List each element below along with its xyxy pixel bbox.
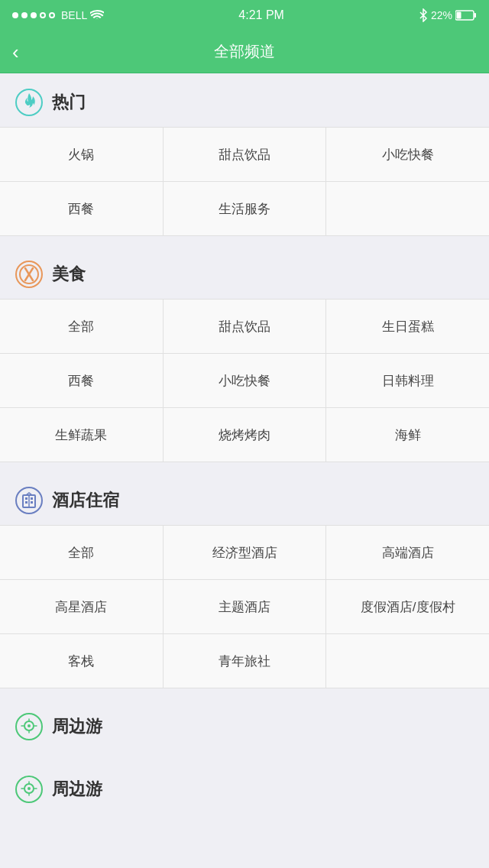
list-item[interactable]: 小吃快餐 xyxy=(326,128,489,181)
list-item[interactable]: 西餐 xyxy=(0,354,164,407)
table-row: 火锅甜点饮品小吃快餐 xyxy=(0,127,489,181)
signal-dot-5 xyxy=(49,12,55,18)
status-left: BELL xyxy=(12,9,104,21)
list-item[interactable]: 日韩料理 xyxy=(326,354,489,407)
signal-dot-2 xyxy=(21,12,28,18)
section-hotel: 酒店住宿全部经济型酒店高端酒店高星酒店主题酒店度假酒店/度假村客栈青年旅社 xyxy=(0,471,489,688)
table-row: 西餐生活服务 xyxy=(0,181,489,236)
section-header-hot: 热门 xyxy=(0,73,489,127)
list-item[interactable]: 小吃快餐 xyxy=(164,354,327,407)
svg-rect-11 xyxy=(31,497,33,500)
status-right: 22% xyxy=(419,8,477,22)
food-icon xyxy=(15,261,43,288)
list-item xyxy=(326,634,489,688)
content: 热门火锅甜点饮品小吃快餐西餐生活服务 美食全部甜点饮品生日蛋糕西餐小吃快餐日韩料… xyxy=(0,73,489,814)
section-hot: 热门火锅甜点饮品小吃快餐西餐生活服务 xyxy=(0,73,489,236)
list-item[interactable]: 西餐 xyxy=(0,182,164,235)
travel-icon xyxy=(15,776,43,803)
list-item[interactable]: 生活服务 xyxy=(164,182,327,235)
page-title: 全部频道 xyxy=(214,41,275,62)
section-food: 美食全部甜点饮品生日蛋糕西餐小吃快餐日韩料理生鲜蔬果烧烤烤肉海鲜 xyxy=(0,245,489,462)
section-travel-partial: 周边游 xyxy=(0,760,489,814)
list-item[interactable]: 高星酒店 xyxy=(0,580,164,633)
list-item[interactable]: 全部 xyxy=(0,300,164,353)
grid-hot: 火锅甜点饮品小吃快餐西餐生活服务 xyxy=(0,127,489,236)
status-bar: BELL 4:21 PM 22% xyxy=(0,0,489,31)
list-item[interactable]: 生鲜蔬果 xyxy=(0,408,164,462)
list-item[interactable]: 主题酒店 xyxy=(164,580,327,633)
section-title-hot: 热门 xyxy=(52,91,86,114)
section-title-food: 美食 xyxy=(52,263,86,286)
list-item[interactable]: 青年旅社 xyxy=(164,634,327,688)
table-row: 生鲜蔬果烧烤烤肉海鲜 xyxy=(0,407,489,462)
table-row: 客栈青年旅社 xyxy=(0,633,489,688)
hotel-icon xyxy=(15,487,43,514)
battery-icon xyxy=(455,10,477,21)
nav-bar: ‹ 全部频道 xyxy=(0,31,489,73)
list-item[interactable]: 度假酒店/度假村 xyxy=(326,580,489,633)
svg-rect-10 xyxy=(25,497,28,500)
list-item[interactable]: 火锅 xyxy=(0,128,164,181)
grid-hotel: 全部经济型酒店高端酒店高星酒店主题酒店度假酒店/度假村客栈青年旅社 xyxy=(0,525,489,688)
signal-dot-1 xyxy=(12,12,18,18)
svg-rect-1 xyxy=(474,13,477,18)
section-title-travel: 周边游 xyxy=(52,715,102,738)
section-title-hotel: 酒店住宿 xyxy=(52,489,119,512)
carrier-label: BELL xyxy=(61,9,87,21)
bluetooth-icon xyxy=(419,8,428,22)
back-button[interactable]: ‹ xyxy=(12,42,19,62)
list-item[interactable]: 客栈 xyxy=(0,634,164,688)
table-row: 全部经济型酒店高端酒店 xyxy=(0,525,489,579)
battery-percent: 22% xyxy=(431,9,452,21)
svg-rect-12 xyxy=(25,501,28,504)
hot-icon xyxy=(15,89,43,116)
status-time: 4:21 PM xyxy=(238,8,284,22)
section-header-hotel: 酒店住宿 xyxy=(0,471,489,525)
section-title-travel: 周边游 xyxy=(52,778,102,801)
section-header-travel: 周边游 xyxy=(0,760,489,814)
list-item[interactable]: 高端酒店 xyxy=(326,526,489,579)
list-item[interactable]: 烧烤烤肉 xyxy=(164,408,327,462)
svg-rect-2 xyxy=(457,12,461,19)
signal-dot-3 xyxy=(31,12,37,18)
list-item[interactable]: 海鲜 xyxy=(326,408,489,462)
section-header-food: 美食 xyxy=(0,245,489,299)
list-item[interactable]: 全部 xyxy=(0,526,164,579)
svg-point-20 xyxy=(28,787,31,790)
list-item[interactable]: 甜点饮品 xyxy=(164,128,327,181)
list-item[interactable]: 生日蛋糕 xyxy=(326,300,489,353)
grid-food: 全部甜点饮品生日蛋糕西餐小吃快餐日韩料理生鲜蔬果烧烤烤肉海鲜 xyxy=(0,299,489,462)
section-travel: 周边游 xyxy=(0,698,489,751)
list-item[interactable]: 甜点饮品 xyxy=(164,300,327,353)
list-item[interactable]: 经济型酒店 xyxy=(164,526,327,579)
list-item xyxy=(326,182,489,235)
table-row: 西餐小吃快餐日韩料理 xyxy=(0,353,489,407)
svg-point-17 xyxy=(28,724,31,727)
travel-icon xyxy=(15,713,43,740)
table-row: 高星酒店主题酒店度假酒店/度假村 xyxy=(0,579,489,633)
wifi-icon xyxy=(90,10,104,21)
section-header-travel: 周边游 xyxy=(0,698,489,751)
signal-dot-4 xyxy=(40,12,46,18)
table-row: 全部甜点饮品生日蛋糕 xyxy=(0,299,489,353)
svg-rect-13 xyxy=(31,501,33,504)
